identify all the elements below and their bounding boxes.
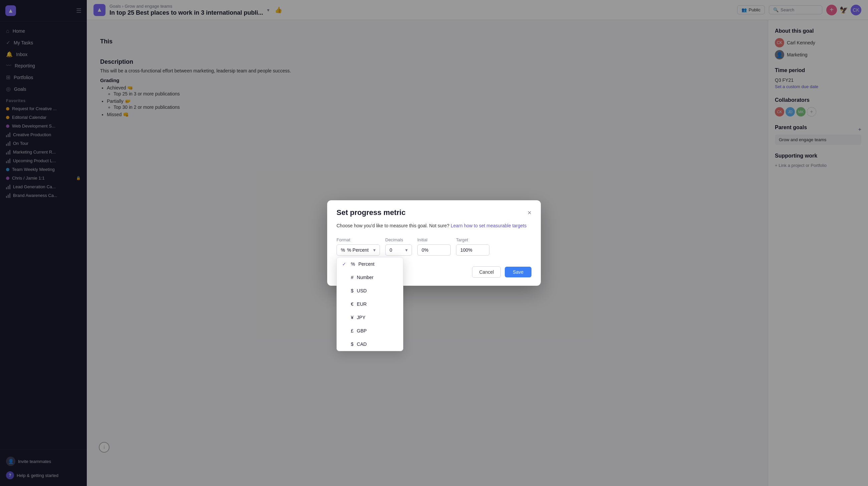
format-dropdown[interactable]: % % Percent ▾ [337, 244, 380, 256]
dropdown-item-cad[interactable]: $ CAD [337, 337, 403, 351]
item-symbol: £ [351, 328, 353, 333]
target-label: Target [456, 237, 489, 242]
dropdown-item-gbp[interactable]: £ GBP [337, 324, 403, 337]
modal-close-button[interactable]: × [527, 209, 531, 217]
item-symbol: % [351, 261, 355, 267]
modal-overlay: Set progress metric × Choose how you'd l… [0, 0, 868, 486]
initial-input[interactable] [417, 244, 451, 256]
format-symbol: % [341, 247, 345, 253]
item-label: JPY [357, 315, 366, 320]
decimals-label: Decimals [385, 237, 412, 242]
target-input[interactable] [456, 244, 489, 256]
target-group: Target [456, 237, 489, 256]
dropdown-item-jpy[interactable]: ¥ JPY [337, 311, 403, 324]
item-symbol: $ [351, 342, 353, 347]
item-label: Percent [358, 261, 374, 267]
format-dropdown-wrapper: % % Percent ▾ ✓ % Percent [337, 244, 380, 256]
modal-title: Set progress metric [337, 208, 406, 217]
learn-how-link[interactable]: Learn how to set measurable targets [451, 223, 526, 228]
check-icon: ✓ [342, 261, 347, 267]
item-symbol: $ [351, 288, 353, 293]
item-label: CAD [357, 342, 367, 347]
decimals-group: Decimals 0 ▾ [385, 237, 412, 256]
cancel-button[interactable]: Cancel [472, 266, 501, 278]
dropdown-item-usd[interactable]: $ USD [337, 284, 403, 297]
dropdown-item-eur[interactable]: € EUR [337, 297, 403, 311]
decimals-value: 0 [390, 247, 392, 253]
form-row: Format % % Percent ▾ ✓ % Percen [337, 237, 531, 256]
item-label: Number [357, 275, 374, 280]
item-label: USD [357, 288, 367, 293]
initial-label: Initial [417, 237, 451, 242]
dropdown-item-percent[interactable]: ✓ % Percent [337, 257, 403, 271]
modal-body: Choose how you'd like to measure this go… [327, 222, 541, 264]
initial-group: Initial [417, 237, 451, 256]
modal-header: Set progress metric × [327, 200, 541, 222]
item-symbol: ¥ [351, 315, 353, 320]
item-symbol: € [351, 301, 353, 307]
chevron-down-icon: ▾ [405, 247, 408, 253]
item-symbol: # [351, 275, 353, 280]
format-group: Format % % Percent ▾ ✓ % Percen [337, 237, 380, 256]
item-label: GBP [357, 328, 367, 333]
format-selected-label: % Percent [347, 247, 369, 253]
save-button[interactable]: Save [505, 267, 531, 278]
chevron-down-icon: ▾ [373, 247, 376, 253]
format-dropdown-menu: ✓ % Percent # Number $ [337, 257, 403, 351]
format-label: Format [337, 237, 380, 242]
modal-description: Choose how you'd like to measure this go… [337, 222, 531, 229]
decimals-dropdown[interactable]: 0 ▾ [385, 244, 412, 256]
dropdown-item-number[interactable]: # Number [337, 271, 403, 284]
set-progress-metric-modal: Set progress metric × Choose how you'd l… [327, 200, 541, 286]
item-label: EUR [357, 301, 367, 307]
